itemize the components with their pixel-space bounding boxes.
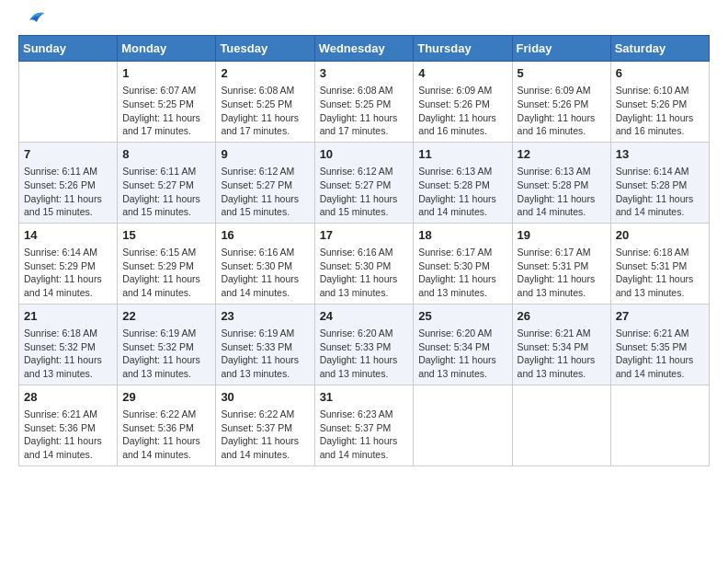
day-number: 12	[518, 146, 606, 163]
day-info: Sunrise: 6:18 AMSunset: 5:32 PMDaylight:…	[24, 327, 112, 381]
day-number: 18	[418, 227, 506, 244]
day-info: Sunrise: 6:16 AMSunset: 5:30 PMDaylight:…	[320, 246, 409, 300]
day-number: 2	[221, 65, 309, 82]
calendar-cell: 8Sunrise: 6:11 AMSunset: 5:27 PMDaylight…	[118, 142, 216, 223]
day-info: Sunrise: 6:20 AMSunset: 5:34 PMDaylight:…	[418, 327, 506, 381]
calendar-cell: 11Sunrise: 6:13 AMSunset: 5:28 PMDayligh…	[414, 142, 512, 223]
calendar-cell: 2Sunrise: 6:08 AMSunset: 5:25 PMDaylight…	[216, 62, 314, 143]
day-info: Sunrise: 6:10 AMSunset: 5:26 PMDaylight:…	[616, 84, 704, 138]
day-info: Sunrise: 6:18 AMSunset: 5:31 PMDaylight:…	[616, 246, 704, 300]
day-number: 10	[320, 146, 409, 163]
day-number: 4	[418, 65, 506, 82]
day-number: 17	[320, 227, 409, 244]
day-number: 23	[221, 308, 309, 325]
calendar-cell: 6Sunrise: 6:10 AMSunset: 5:26 PMDaylight…	[610, 62, 709, 143]
day-info: Sunrise: 6:17 AMSunset: 5:30 PMDaylight:…	[418, 246, 506, 300]
calendar-week-row: 14Sunrise: 6:14 AMSunset: 5:29 PMDayligh…	[19, 223, 710, 304]
logo-bird-icon	[20, 9, 46, 29]
day-info: Sunrise: 6:15 AMSunset: 5:29 PMDaylight:…	[122, 246, 210, 300]
day-info: Sunrise: 6:08 AMSunset: 5:25 PMDaylight:…	[221, 84, 309, 138]
calendar-cell: 16Sunrise: 6:16 AMSunset: 5:30 PMDayligh…	[216, 223, 314, 304]
day-number: 22	[122, 308, 210, 325]
day-number: 5	[518, 65, 606, 82]
day-number: 29	[122, 389, 210, 406]
day-number: 3	[320, 65, 409, 82]
calendar-cell: 22Sunrise: 6:19 AMSunset: 5:32 PMDayligh…	[118, 304, 216, 385]
calendar-cell: 24Sunrise: 6:20 AMSunset: 5:33 PMDayligh…	[314, 304, 414, 385]
day-number: 13	[616, 146, 704, 163]
page-header	[18, 18, 710, 26]
weekday-header-sunday: Sunday	[19, 36, 118, 62]
day-info: Sunrise: 6:14 AMSunset: 5:29 PMDaylight:…	[24, 246, 112, 300]
day-number: 30	[221, 389, 309, 406]
calendar-cell: 15Sunrise: 6:15 AMSunset: 5:29 PMDayligh…	[118, 223, 216, 304]
day-number: 19	[518, 227, 606, 244]
weekday-header-thursday: Thursday	[414, 36, 512, 62]
calendar-cell: 25Sunrise: 6:20 AMSunset: 5:34 PMDayligh…	[414, 304, 512, 385]
calendar-cell: 7Sunrise: 6:11 AMSunset: 5:26 PMDaylight…	[19, 142, 118, 223]
day-info: Sunrise: 6:22 AMSunset: 5:36 PMDaylight:…	[122, 408, 210, 462]
day-number: 25	[418, 308, 506, 325]
calendar-week-row: 21Sunrise: 6:18 AMSunset: 5:32 PMDayligh…	[19, 304, 710, 385]
calendar-cell	[19, 62, 118, 143]
day-info: Sunrise: 6:20 AMSunset: 5:33 PMDaylight:…	[320, 327, 409, 381]
calendar-cell: 28Sunrise: 6:21 AMSunset: 5:36 PMDayligh…	[19, 385, 118, 465]
calendar-cell: 17Sunrise: 6:16 AMSunset: 5:30 PMDayligh…	[314, 223, 414, 304]
day-number: 7	[24, 146, 112, 163]
day-info: Sunrise: 6:09 AMSunset: 5:26 PMDaylight:…	[518, 84, 606, 138]
day-number: 6	[616, 65, 704, 82]
day-info: Sunrise: 6:21 AMSunset: 5:34 PMDaylight:…	[518, 327, 606, 381]
day-info: Sunrise: 6:17 AMSunset: 5:31 PMDaylight:…	[518, 246, 606, 300]
calendar-week-row: 1Sunrise: 6:07 AMSunset: 5:25 PMDaylight…	[19, 62, 710, 143]
day-info: Sunrise: 6:22 AMSunset: 5:37 PMDaylight:…	[221, 408, 309, 462]
day-number: 14	[24, 227, 112, 244]
day-number: 1	[122, 65, 210, 82]
calendar-cell: 21Sunrise: 6:18 AMSunset: 5:32 PMDayligh…	[19, 304, 118, 385]
day-info: Sunrise: 6:13 AMSunset: 5:28 PMDaylight:…	[418, 165, 506, 219]
day-number: 27	[616, 308, 704, 325]
weekday-header-tuesday: Tuesday	[216, 36, 314, 62]
calendar-cell: 13Sunrise: 6:14 AMSunset: 5:28 PMDayligh…	[610, 142, 709, 223]
day-number: 11	[418, 146, 506, 163]
calendar-week-row: 7Sunrise: 6:11 AMSunset: 5:26 PMDaylight…	[19, 142, 710, 223]
weekday-header-friday: Friday	[512, 36, 610, 62]
day-number: 8	[122, 146, 210, 163]
calendar-cell: 5Sunrise: 6:09 AMSunset: 5:26 PMDaylight…	[512, 62, 610, 143]
calendar-table: SundayMondayTuesdayWednesdayThursdayFrid…	[18, 35, 710, 466]
calendar-cell: 14Sunrise: 6:14 AMSunset: 5:29 PMDayligh…	[19, 223, 118, 304]
weekday-header-monday: Monday	[118, 36, 216, 62]
day-number: 28	[24, 389, 112, 406]
day-number: 9	[221, 146, 309, 163]
calendar-cell: 1Sunrise: 6:07 AMSunset: 5:25 PMDaylight…	[118, 62, 216, 143]
calendar-cell	[512, 385, 610, 465]
day-number: 21	[24, 308, 112, 325]
calendar-cell	[610, 385, 709, 465]
day-info: Sunrise: 6:14 AMSunset: 5:28 PMDaylight:…	[616, 165, 704, 219]
day-number: 20	[616, 227, 704, 244]
calendar-header-row: SundayMondayTuesdayWednesdayThursdayFrid…	[19, 36, 710, 62]
day-info: Sunrise: 6:16 AMSunset: 5:30 PMDaylight:…	[221, 246, 309, 300]
calendar-cell: 29Sunrise: 6:22 AMSunset: 5:36 PMDayligh…	[118, 385, 216, 465]
day-info: Sunrise: 6:11 AMSunset: 5:27 PMDaylight:…	[122, 165, 210, 219]
calendar-cell: 23Sunrise: 6:19 AMSunset: 5:33 PMDayligh…	[216, 304, 314, 385]
day-info: Sunrise: 6:19 AMSunset: 5:32 PMDaylight:…	[122, 327, 210, 381]
day-info: Sunrise: 6:12 AMSunset: 5:27 PMDaylight:…	[221, 165, 309, 219]
calendar-cell: 9Sunrise: 6:12 AMSunset: 5:27 PMDaylight…	[216, 142, 314, 223]
calendar-week-row: 28Sunrise: 6:21 AMSunset: 5:36 PMDayligh…	[19, 385, 710, 465]
weekday-header-wednesday: Wednesday	[314, 36, 414, 62]
calendar-cell: 19Sunrise: 6:17 AMSunset: 5:31 PMDayligh…	[512, 223, 610, 304]
day-info: Sunrise: 6:23 AMSunset: 5:37 PMDaylight:…	[320, 408, 409, 462]
day-info: Sunrise: 6:13 AMSunset: 5:28 PMDaylight:…	[518, 165, 606, 219]
calendar-cell: 12Sunrise: 6:13 AMSunset: 5:28 PMDayligh…	[512, 142, 610, 223]
day-number: 31	[320, 389, 409, 406]
day-number: 24	[320, 308, 409, 325]
calendar-cell: 4Sunrise: 6:09 AMSunset: 5:26 PMDaylight…	[414, 62, 512, 143]
calendar-cell: 26Sunrise: 6:21 AMSunset: 5:34 PMDayligh…	[512, 304, 610, 385]
weekday-header-saturday: Saturday	[610, 36, 709, 62]
day-info: Sunrise: 6:21 AMSunset: 5:35 PMDaylight:…	[616, 327, 704, 381]
day-info: Sunrise: 6:08 AMSunset: 5:25 PMDaylight:…	[320, 84, 409, 138]
calendar-cell: 10Sunrise: 6:12 AMSunset: 5:27 PMDayligh…	[314, 142, 414, 223]
calendar-cell: 20Sunrise: 6:18 AMSunset: 5:31 PMDayligh…	[610, 223, 709, 304]
day-info: Sunrise: 6:09 AMSunset: 5:26 PMDaylight:…	[418, 84, 506, 138]
day-info: Sunrise: 6:07 AMSunset: 5:25 PMDaylight:…	[122, 84, 210, 138]
